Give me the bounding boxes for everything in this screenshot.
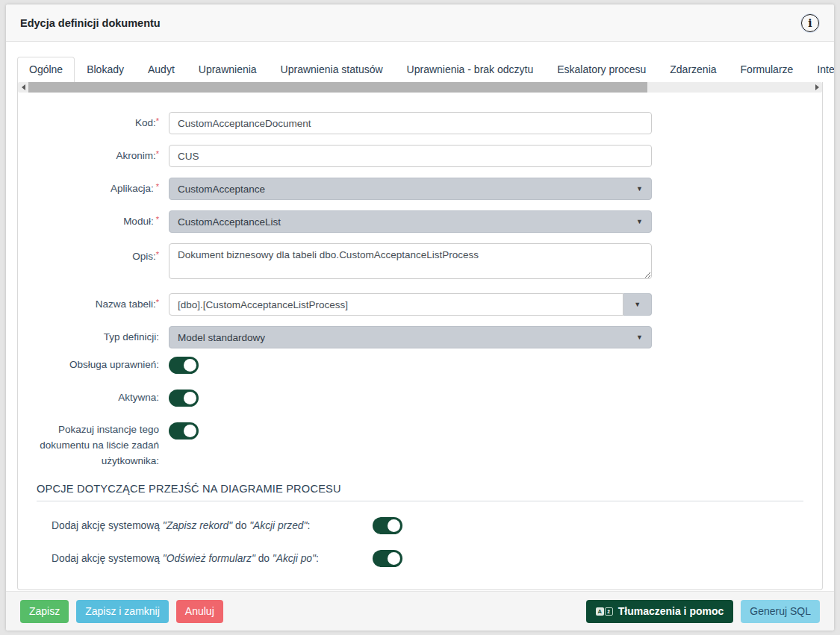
save-and-close-button[interactable]: Zapisz i zamknij: [76, 600, 169, 623]
section-header: OPCJE DOTYCZĄCE PRZEJŚĆ NA DIAGRAMIE PRO…: [37, 483, 803, 501]
tab-eskalatory-procesu[interactable]: Eskalatory procesu: [545, 57, 658, 82]
required-asterisk: *: [156, 298, 159, 307]
required-asterisk: *: [156, 149, 159, 158]
field-row-aplikacja: Aplikacja: * CustomAcceptance ▼: [18, 178, 822, 200]
akcja-zapisz-rekord-toggle[interactable]: [373, 517, 402, 534]
field-label: Aktywna:: [18, 390, 169, 406]
field-label: Akronim:*: [18, 148, 169, 164]
document-definition-window: Edycja definicji dokumentu i Ogólne Blok…: [6, 4, 834, 631]
obsluga-uprawnien-toggle[interactable]: [169, 357, 199, 374]
pokazuj-instancje-toggle[interactable]: [169, 422, 199, 440]
option-label: Dodaj akcję systemową "Odśwież formularz…: [52, 553, 373, 564]
required-asterisk: *: [154, 215, 159, 224]
option-label: Dodaj akcję systemową "Zapisz rekord" do…: [52, 520, 373, 531]
tab-uprawnienia-brak-odczytu[interactable]: Uprawnienia - brak odczytu: [395, 57, 546, 82]
field-label: Nazwa tabeli:*: [18, 297, 169, 313]
generate-sql-button[interactable]: Generuj SQL: [741, 600, 820, 623]
selected-value: CustomAcceptance: [178, 184, 265, 195]
field-row-kod: Kod:*: [18, 112, 822, 134]
selected-value: CustomAcceptanceList: [178, 216, 281, 228]
field-label: Typ definicji:: [18, 330, 169, 345]
field-label: Aplikacja: *: [18, 181, 169, 197]
translations-help-button[interactable]: Aż Tłumaczenia i pomoc: [586, 600, 734, 623]
required-asterisk: *: [154, 182, 159, 191]
tab-blokady[interactable]: Blokady: [75, 57, 136, 82]
scroll-right-arrow-icon[interactable]: [812, 82, 822, 93]
nazwa-tabeli-input[interactable]: [169, 293, 623, 316]
field-row-aktywna: Aktywna:: [18, 390, 822, 407]
cancel-button[interactable]: Anuluj: [176, 600, 223, 623]
section-divider: [37, 501, 803, 501]
form-general: Kod:* Akronim:* Aplikacja: * CustomAccep…: [18, 93, 822, 589]
horizontal-scrollbar[interactable]: [18, 82, 822, 93]
option-row-zapisz-rekord: Dodaj akcję systemową "Zapisz rekord" do…: [52, 517, 822, 534]
field-row-modul: Moduł: * CustomAcceptanceList ▼: [18, 210, 822, 233]
page-title: Edycja definicji dokumentu: [20, 17, 161, 29]
tab-content-panel: Kod:* Akronim:* Aplikacja: * CustomAccep…: [17, 82, 823, 590]
translate-icon: Aż: [596, 607, 613, 616]
save-button[interactable]: Zapisz: [20, 600, 69, 623]
section-title: OPCJE DOTYCZĄCE PRZEJŚĆ NA DIAGRAMIE PRO…: [37, 483, 803, 495]
selected-value: Model standardowy: [178, 332, 265, 343]
field-label: Obsługa uprawnień:: [18, 357, 169, 373]
option-row-odswiez-formularz: Dodaj akcję systemową "Odśwież formularz…: [52, 550, 822, 567]
window-content: Ogólne Blokady Audyt Uprawnienia Uprawni…: [6, 42, 834, 591]
chevron-down-icon: ▼: [634, 301, 641, 308]
tab-zdarzenia[interactable]: Zdarzenia: [658, 57, 728, 82]
scrollbar-thumb[interactable]: [28, 82, 647, 93]
field-label: Kod:*: [18, 116, 169, 131]
field-label: Moduł: *: [18, 214, 169, 230]
field-row-nazwa-tabeli: Nazwa tabeli:* ▼: [18, 293, 822, 316]
nazwa-tabeli-combobox: ▼: [169, 293, 652, 316]
tab-interesariusze[interactable]: Interesariusze: [805, 57, 834, 82]
field-label: Pokazuj instancje tego dokumentu na liśc…: [18, 422, 169, 469]
aplikacja-select[interactable]: CustomAcceptance ▼: [169, 178, 652, 200]
info-icon[interactable]: i: [801, 14, 819, 32]
tab-audyt[interactable]: Audyt: [136, 57, 187, 82]
tab-formularze[interactable]: Formularze: [729, 57, 806, 82]
tab-uprawnienia[interactable]: Uprawnienia: [187, 57, 269, 82]
field-label: Opis:*: [18, 243, 169, 265]
typ-definicji-select[interactable]: Model standardowy ▼: [169, 326, 652, 348]
required-asterisk: *: [156, 250, 159, 259]
chevron-down-icon: ▼: [636, 185, 643, 193]
combo-dropdown-button[interactable]: ▼: [623, 293, 652, 316]
kod-input[interactable]: [169, 112, 652, 134]
opis-textarea[interactable]: Dokument biznesowy dla tabeli dbo.Custom…: [169, 243, 652, 279]
tab-bar: Ogólne Blokady Audyt Uprawnienia Uprawni…: [17, 57, 823, 82]
scroll-left-arrow-icon[interactable]: [18, 82, 28, 93]
field-row-obsluga-uprawnien: Obsługa uprawnień:: [18, 357, 822, 374]
chevron-down-icon: ▼: [636, 218, 643, 225]
modul-select[interactable]: CustomAcceptanceList ▼: [169, 210, 652, 233]
chevron-down-icon: ▼: [636, 334, 643, 341]
footer-toolbar: Zapisz Zapisz i zamknij Anuluj Aż Tłumac…: [6, 591, 834, 631]
window-header: Edycja definicji dokumentu i: [6, 4, 834, 42]
akronim-input[interactable]: [169, 145, 652, 167]
field-row-akronim: Akronim:*: [18, 145, 822, 167]
field-row-pokazuj-instancje: Pokazuj instancje tego dokumentu na liśc…: [18, 422, 822, 469]
field-row-opis: Opis:* Dokument biznesowy dla tabeli dbo…: [18, 243, 822, 282]
akcja-odswiez-formularz-toggle[interactable]: [373, 550, 402, 567]
aktywna-toggle[interactable]: [169, 390, 199, 407]
tab-uprawnienia-statusow[interactable]: Uprawnienia statusów: [269, 57, 395, 82]
tab-ogolne[interactable]: Ogólne: [17, 57, 75, 82]
required-asterisk: *: [156, 116, 159, 125]
field-row-typ-definicji: Typ definicji: Model standardowy ▼: [18, 326, 822, 348]
